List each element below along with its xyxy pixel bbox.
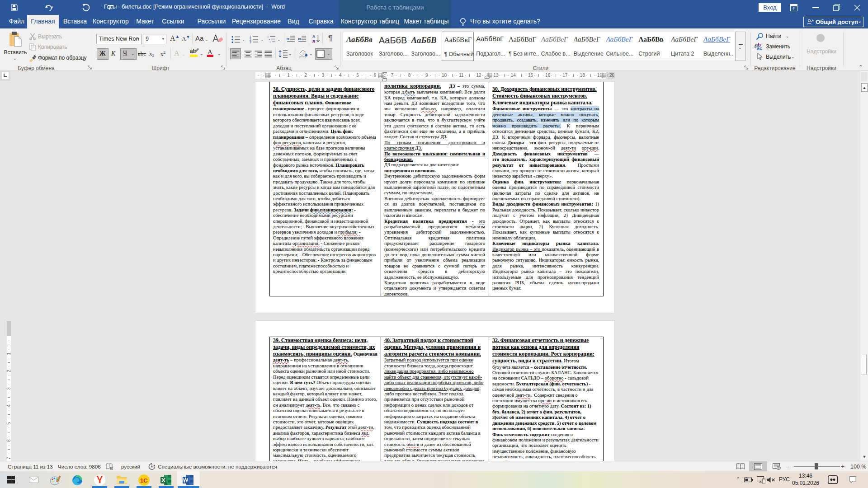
- svg-text:А: А: [312, 34, 315, 39]
- svg-text:Я: Я: [312, 39, 315, 44]
- svg-text:1С: 1С: [140, 477, 148, 484]
- svg-text:i: i: [270, 41, 270, 43]
- svg-text:3: 3: [250, 41, 251, 44]
